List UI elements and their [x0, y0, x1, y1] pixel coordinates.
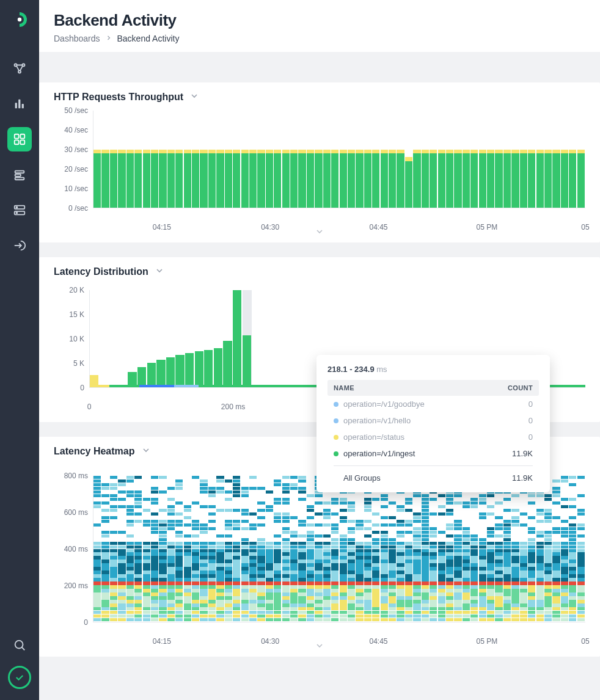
bar [397, 153, 404, 208]
heatmap-cell [340, 614, 347, 618]
y-tick: 0 /sec [68, 204, 88, 213]
heatmap-cell [463, 501, 470, 505]
nodes-icon[interactable] [7, 56, 32, 81]
heatmap-cell [577, 512, 585, 516]
heatmap-cell [134, 505, 142, 508]
heatmap-cell [233, 556, 240, 559]
expand-chevron-icon[interactable] [315, 641, 324, 653]
heatmap-cell [323, 618, 331, 621]
heatmap-cell [200, 600, 207, 603]
heatmap-cell [101, 560, 109, 563]
heatmap-cell [528, 589, 535, 592]
bar [110, 153, 117, 208]
server-icon[interactable] [7, 198, 32, 222]
heatmap-cell [470, 596, 478, 599]
heatmap-cell [290, 571, 298, 574]
heatmap-cell [110, 571, 117, 574]
heatmap-cell [536, 512, 544, 516]
heatmap-cell [503, 571, 511, 574]
heatmap-cell [544, 574, 552, 577]
heatmap-cell [446, 585, 453, 588]
chevron-down-icon[interactable] [155, 266, 164, 278]
heatmap-cell [577, 549, 585, 552]
heatmap-cell [520, 549, 527, 552]
heatmap-cell [413, 607, 420, 610]
chevron-down-icon[interactable] [141, 445, 151, 458]
heatmap-cell [167, 487, 175, 490]
x-tick: 04:45 [369, 223, 387, 232]
heatmap-cell [438, 582, 445, 585]
heatmap-cell [192, 618, 199, 621]
heatmap-cell [413, 585, 420, 588]
heatmap-cell [192, 592, 199, 596]
chevron-down-icon[interactable] [189, 91, 199, 103]
heatmap-cell [569, 527, 576, 530]
heatmap-cell [520, 618, 527, 621]
breadcrumb-root[interactable]: Dashboards [54, 34, 100, 43]
svg-rect-9 [15, 140, 19, 144]
heatmap-cell [143, 552, 150, 555]
expand-chevron-icon[interactable] [315, 227, 324, 239]
heatmap-cell [487, 494, 494, 497]
heatmap-cell [167, 582, 175, 585]
throughput-chart[interactable]: 50 /sec40 /sec30 /sec20 /sec10 /sec0 /se… [54, 111, 585, 208]
heatmap-cell [167, 614, 175, 618]
heatmap-cell [175, 574, 183, 577]
heatmap-cell [233, 563, 240, 566]
heatmap-cell [200, 603, 207, 607]
heatmap-cell [159, 582, 166, 585]
heatmap-cell [331, 498, 338, 501]
heatmap-cell [175, 596, 183, 599]
heatmap-cell [479, 556, 486, 559]
status-ok-icon[interactable] [8, 666, 31, 689]
heatmap-cell [159, 552, 166, 555]
heatmap-cell [561, 476, 568, 479]
bars-icon[interactable] [7, 92, 32, 116]
heatmap-cell [118, 589, 125, 592]
heatmap-cell [134, 603, 142, 607]
heatmap-cell [528, 571, 535, 574]
bar [266, 150, 273, 153]
heatmap-cell [372, 531, 379, 534]
signin-icon[interactable] [7, 233, 32, 258]
layers-icon[interactable] [7, 162, 32, 187]
heatmap-cell [200, 556, 207, 559]
divider [334, 465, 533, 466]
x-tick: 200 ms [221, 403, 245, 411]
legend-dot-icon [334, 418, 338, 423]
heatmap-cell [422, 600, 429, 603]
heatmap-cell [561, 574, 568, 577]
heatmap-cell [463, 578, 470, 581]
latency-tooltip: 218.1 - 234.9 ms NAME COUNT operation=/v… [316, 355, 550, 492]
heatmap-cell [364, 596, 371, 599]
heatmap-cell [397, 545, 404, 549]
heatmap-cell [257, 563, 265, 566]
heatmap-cell [315, 501, 322, 505]
grid-icon[interactable] [7, 127, 32, 151]
heatmap-cell [216, 582, 224, 585]
svg-rect-5 [18, 100, 20, 109]
heatmap-cell [151, 490, 158, 494]
heatmap-cell [413, 614, 420, 618]
search-icon[interactable] [7, 633, 32, 657]
heatmap-cell [159, 567, 166, 570]
heatmap-cell [143, 542, 150, 545]
heatmap-cell [93, 574, 101, 577]
heatmap-cell [274, 563, 281, 566]
heatmap-cell [340, 556, 347, 559]
heatmap-cell [167, 520, 175, 523]
heatmap-cell [241, 487, 249, 490]
heatmap-cell [241, 538, 249, 541]
heatmap-cell [413, 494, 420, 497]
heatmap-cell [577, 600, 585, 603]
heatmap-cell [331, 531, 338, 534]
bar [381, 153, 388, 208]
heatmap-cell [282, 542, 290, 545]
heatmap-cell [487, 578, 494, 581]
heatmap-chart[interactable]: 800 ms600 ms400 ms200 ms0 04:1504:3004:4… [54, 476, 585, 622]
bar [511, 153, 519, 208]
heatmap-cell [110, 516, 117, 519]
heatmap-cell [233, 523, 240, 527]
heatmap-cell [143, 578, 150, 581]
heatmap-cell [364, 556, 371, 559]
